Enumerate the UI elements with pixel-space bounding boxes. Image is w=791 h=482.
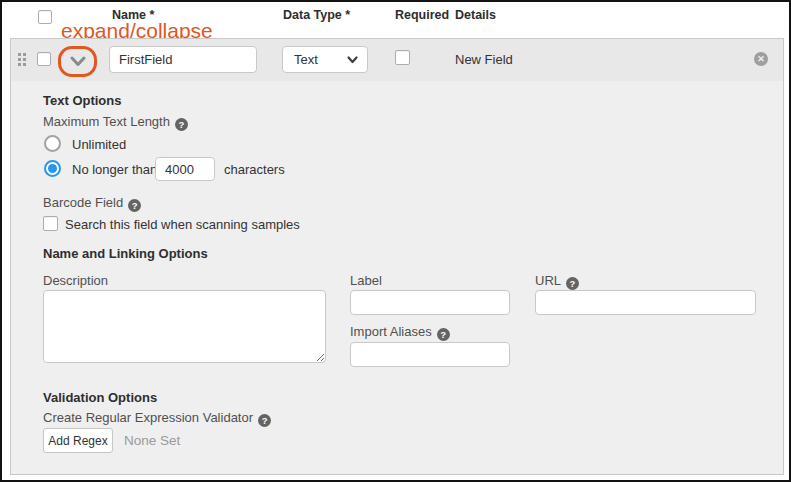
field-details-text: New Field <box>455 52 513 67</box>
chevron-down-icon <box>347 56 358 64</box>
help-icon[interactable]: ? <box>258 414 271 427</box>
validation-options-heading: Validation Options <box>43 390 157 405</box>
help-icon[interactable]: ? <box>437 328 450 341</box>
column-header-required: Required <box>395 8 449 22</box>
max-text-length-label: Maximum Text Length? <box>43 114 188 131</box>
max-length-input[interactable] <box>155 157 215 181</box>
data-type-selected-value: Text <box>294 52 318 67</box>
unlimited-radio-label: Unlimited <box>72 137 126 152</box>
import-aliases-label: Import Aliases? <box>350 324 450 341</box>
field-row-checkbox[interactable] <box>37 52 51 66</box>
barcode-field-label: Barcode Field? <box>43 195 141 212</box>
regex-validator-label: Create Regular Expression Validator? <box>43 410 271 427</box>
name-linking-heading: Name and Linking Options <box>43 246 208 261</box>
text-options-heading: Text Options <box>43 93 121 108</box>
no-longer-than-radio-label: No longer than <box>72 162 157 177</box>
field-card: Text New Field ✕ Text Options Maximum Te… <box>10 38 784 475</box>
label-input[interactable] <box>350 290 510 315</box>
help-icon[interactable]: ? <box>175 118 188 131</box>
column-header-details: Details <box>455 8 496 22</box>
help-icon[interactable]: ? <box>128 199 141 212</box>
select-all-checkbox[interactable] <box>38 10 52 24</box>
regex-status-text: None Set <box>124 433 180 448</box>
data-type-select[interactable]: Text <box>282 46 368 73</box>
required-checkbox[interactable] <box>395 50 410 65</box>
barcode-search-checkbox[interactable] <box>43 216 58 231</box>
drag-handle-icon[interactable] <box>18 53 26 66</box>
description-textarea[interactable] <box>43 290 326 363</box>
barcode-search-checkbox-label: Search this field when scanning samples <box>65 217 300 232</box>
label-label: Label <box>350 273 382 288</box>
characters-label: characters <box>224 162 285 177</box>
column-header-data-type: Data Type * <box>283 8 350 22</box>
import-aliases-input[interactable] <box>350 342 510 367</box>
description-label: Description <box>43 273 108 288</box>
add-regex-button[interactable]: Add Regex <box>43 428 113 453</box>
annotation-highlight-circle <box>58 46 97 77</box>
url-label: URL? <box>535 273 579 290</box>
field-row: Text New Field ✕ <box>11 39 783 81</box>
field-editor-screenshot: Name * Data Type * Required Details expa… <box>0 0 791 482</box>
field-options-panel: Text Options Maximum Text Length? Unlimi… <box>11 81 783 476</box>
remove-field-icon[interactable]: ✕ <box>754 52 768 66</box>
field-name-input[interactable] <box>109 46 257 73</box>
unlimited-radio[interactable] <box>44 135 61 152</box>
url-input[interactable] <box>535 290 756 315</box>
help-icon[interactable]: ? <box>566 277 579 290</box>
no-longer-than-radio[interactable] <box>44 160 61 177</box>
